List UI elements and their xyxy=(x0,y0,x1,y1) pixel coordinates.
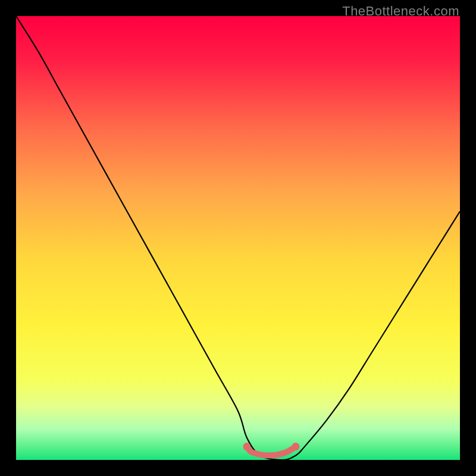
svg-point-1 xyxy=(243,443,250,450)
svg-point-2 xyxy=(292,443,299,450)
bottleneck-curve xyxy=(16,16,460,460)
optimal-zone-marker xyxy=(247,447,296,456)
chart-curves xyxy=(16,16,460,460)
